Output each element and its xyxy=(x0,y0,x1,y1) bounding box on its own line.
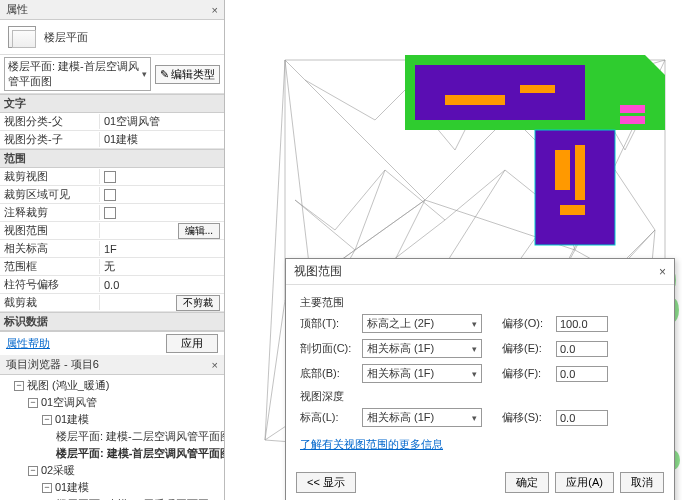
svg-rect-4 xyxy=(575,145,585,200)
chevron-down-icon: ▾ xyxy=(472,344,477,354)
section-text: 文字 xyxy=(0,94,224,113)
bottom-offset-input[interactable]: 0.0 xyxy=(556,366,608,382)
svg-rect-5 xyxy=(560,205,585,215)
svg-rect-7 xyxy=(520,85,555,93)
type-label: 楼层平面 xyxy=(44,30,88,45)
section-ident: 标识数据 xyxy=(0,312,224,331)
svg-rect-3 xyxy=(555,150,570,190)
edit-type-icon: ✎ xyxy=(160,68,169,81)
properties-close-icon[interactable]: × xyxy=(212,4,218,16)
section-range: 范围 xyxy=(0,149,224,168)
properties-grid: 文字 视图分类-父01空调风管 视图分类-子01建模 范围 裁剪视图 裁剪区域可… xyxy=(0,94,224,331)
primary-range-label: 主要范围 xyxy=(300,295,660,310)
crop-visible-checkbox[interactable] xyxy=(104,189,116,201)
chevron-down-icon: ▾ xyxy=(472,369,477,379)
depth-level-select[interactable]: 相关标高 (1F)▾ xyxy=(362,408,482,427)
svg-rect-8 xyxy=(620,105,645,113)
view-range-edit-button[interactable]: 编辑... xyxy=(178,223,220,239)
prop-val[interactable]: 01建模 xyxy=(100,132,224,147)
learn-more-link[interactable]: 了解有关视图范围的更多信息 xyxy=(300,437,443,452)
tree-toggle[interactable]: − xyxy=(28,466,38,476)
prop-val[interactable]: 01空调风管 xyxy=(100,114,224,129)
show-button[interactable]: << 显示 xyxy=(296,472,356,493)
anno-crop-checkbox[interactable] xyxy=(104,207,116,219)
chevron-down-icon: ▾ xyxy=(142,69,147,79)
top-level-select[interactable]: 标高之上 (2F)▾ xyxy=(362,314,482,333)
prop-key: 视图分类-子 xyxy=(0,132,100,147)
edit-type-button[interactable]: ✎ 编辑类型 xyxy=(155,65,220,84)
chevron-down-icon: ▾ xyxy=(472,413,477,423)
svg-rect-1 xyxy=(415,65,585,120)
properties-title: 属性 xyxy=(6,2,28,17)
ok-button[interactable]: 确定 xyxy=(505,472,549,493)
prop-key: 视图分类-父 xyxy=(0,114,100,129)
tree-item[interactable]: 楼层平面: 建模-二层空调风管平面图 xyxy=(56,429,224,444)
crop-view-checkbox[interactable] xyxy=(104,171,116,183)
project-browser-tree: −视图 (鸿业_暖通) −01空调风管 −01建模 楼层平面: 建模-二层空调风… xyxy=(0,375,224,500)
cut-offset-input[interactable]: 0.0 xyxy=(556,341,608,357)
tree-toggle[interactable]: − xyxy=(14,381,24,391)
floorplan-icon xyxy=(8,26,36,48)
cut-level-select[interactable]: 相关标高 (1F)▾ xyxy=(362,339,482,358)
depth-offset-input[interactable]: 0.0 xyxy=(556,410,608,426)
type-preview-row: 楼层平面 xyxy=(0,20,224,55)
view-range-dialog: 视图范围 × 主要范围 顶部(T): 标高之上 (2F)▾ 偏移(O): 100… xyxy=(285,258,675,500)
type-selector[interactable]: 楼层平面: 建模-首层空调风管平面图 ▾ xyxy=(4,57,151,91)
svg-rect-6 xyxy=(445,95,505,105)
browser-close-icon[interactable]: × xyxy=(212,359,218,371)
properties-panel-header: 属性 × xyxy=(0,0,224,20)
cancel-button[interactable]: 取消 xyxy=(620,472,664,493)
svg-rect-9 xyxy=(620,116,645,124)
tree-toggle[interactable]: − xyxy=(28,398,38,408)
left-pane: 属性 × 楼层平面 楼层平面: 建模-首层空调风管平面图 ▾ ✎ 编辑类型 文字… xyxy=(0,0,225,500)
dialog-apply-button[interactable]: 应用(A) xyxy=(555,472,614,493)
dialog-close-icon[interactable]: × xyxy=(659,265,666,279)
properties-apply-button[interactable]: 应用 xyxy=(166,334,218,353)
chevron-down-icon: ▾ xyxy=(472,319,477,329)
tree-toggle[interactable]: − xyxy=(42,415,52,425)
bottom-level-select[interactable]: 相关标高 (1F)▾ xyxy=(362,364,482,383)
view-depth-label: 视图深度 xyxy=(300,389,660,404)
browser-title: 项目浏览器 - 项目6 xyxy=(6,357,99,372)
browser-panel-header: 项目浏览器 - 项目6 × xyxy=(0,355,224,375)
tree-item-active[interactable]: 楼层平面: 建模-首层空调风管平面图 xyxy=(56,446,224,461)
no-crop-button[interactable]: 不剪裁 xyxy=(176,295,220,311)
tree-toggle[interactable]: − xyxy=(42,483,52,493)
properties-help-link[interactable]: 属性帮助 xyxy=(6,336,50,351)
top-offset-input[interactable]: 100.0 xyxy=(556,316,608,332)
dialog-title: 视图范围 xyxy=(294,263,342,280)
